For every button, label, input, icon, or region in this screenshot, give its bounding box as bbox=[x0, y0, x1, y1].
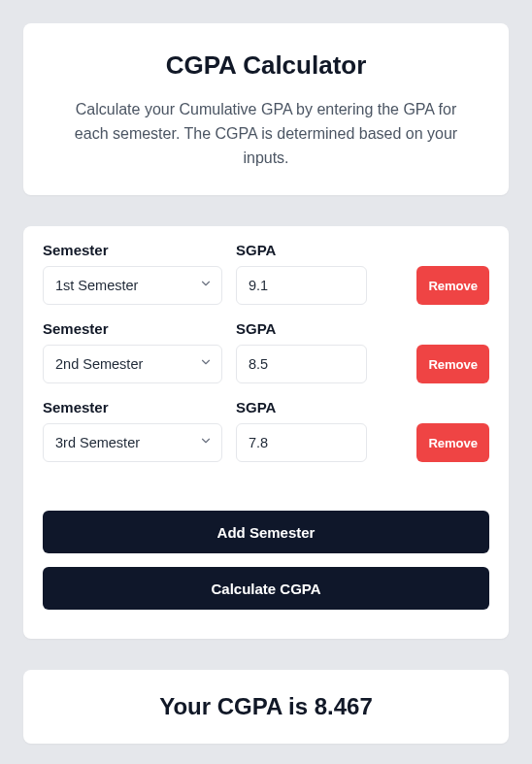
calculate-cgpa-button[interactable]: Calculate CGPA bbox=[43, 567, 489, 610]
add-semester-button[interactable]: Add Semester bbox=[43, 511, 489, 553]
sgpa-input[interactable] bbox=[236, 266, 367, 305]
sgpa-input[interactable] bbox=[236, 423, 367, 462]
semester-row: Semester 3rd Semester SGPA Remove bbox=[43, 399, 489, 462]
semester-select[interactable]: 1st Semester bbox=[43, 266, 222, 305]
sgpa-label: SGPA bbox=[236, 242, 367, 258]
remove-button[interactable]: Remove bbox=[416, 345, 489, 383]
form-card: Semester 1st Semester SGPA Remove Semest… bbox=[23, 226, 509, 639]
remove-button[interactable]: Remove bbox=[416, 266, 489, 305]
header-card: CGPA Calculator Calculate your Cumulativ… bbox=[23, 23, 509, 195]
sgpa-input[interactable] bbox=[236, 345, 367, 383]
sgpa-field: SGPA bbox=[236, 320, 367, 383]
semester-row: Semester 1st Semester SGPA Remove bbox=[43, 242, 489, 305]
result-text: Your CGPA is 8.467 bbox=[47, 693, 485, 720]
sgpa-label: SGPA bbox=[236, 320, 367, 337]
remove-button[interactable]: Remove bbox=[416, 423, 489, 462]
semester-label: Semester bbox=[43, 399, 222, 415]
page-title: CGPA Calculator bbox=[47, 50, 485, 81]
sgpa-field: SGPA bbox=[236, 242, 367, 305]
semester-label: Semester bbox=[43, 320, 222, 337]
sgpa-field: SGPA bbox=[236, 399, 367, 462]
semester-row: Semester 2nd Semester SGPA Remove bbox=[43, 320, 489, 383]
result-card: Your CGPA is 8.467 bbox=[23, 670, 509, 744]
semester-field: Semester 1st Semester bbox=[43, 242, 222, 305]
semester-label: Semester bbox=[43, 242, 222, 258]
semester-select[interactable]: 2nd Semester bbox=[43, 345, 222, 383]
semester-select[interactable]: 3rd Semester bbox=[43, 423, 222, 462]
semester-field: Semester 3rd Semester bbox=[43, 399, 222, 462]
page-subtitle: Calculate your Cumulative GPA by enterin… bbox=[62, 98, 470, 170]
semester-field: Semester 2nd Semester bbox=[43, 320, 222, 383]
sgpa-label: SGPA bbox=[236, 399, 367, 415]
